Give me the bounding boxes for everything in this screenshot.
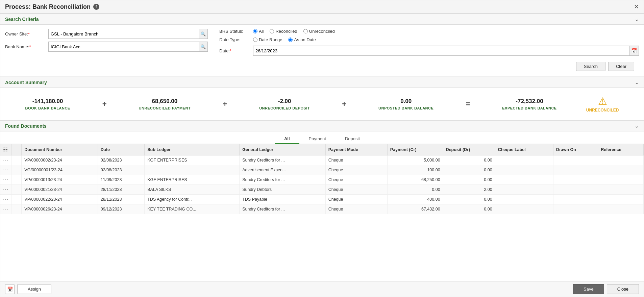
table-header-row: ☷ Document Number Date Sub Ledger Genera… (0, 144, 644, 155)
row-dots[interactable]: ··· (0, 155, 11, 165)
row-dots[interactable]: ··· (0, 175, 11, 185)
row-general-ledger: Advertisement Expen... (240, 165, 325, 175)
date-calendar-icon[interactable]: 📅 (629, 46, 639, 55)
row-payment-cr: 100.00 (387, 165, 443, 175)
operator-2: + (220, 100, 230, 108)
row-payment-mode: Cheque (325, 185, 387, 195)
date-row: Date:* 📅 (219, 46, 639, 56)
assign-button[interactable]: Assign (17, 284, 51, 294)
brs-all-option[interactable]: All (253, 29, 264, 34)
unreconciled-badge: ⚠ UNRECONCILED (586, 95, 619, 113)
help-icon[interactable]: ? (93, 4, 99, 10)
row-payment-mode: Cheque (325, 175, 387, 185)
col-sub-ledger: Sub Ledger (145, 144, 240, 155)
filter-icon[interactable]: ☷ (3, 147, 7, 152)
brs-unreconciled-option[interactable]: Unreconciled (303, 29, 335, 34)
book-bank-balance-label: BOOK BANK BALANCE (25, 106, 70, 110)
row-reference (598, 155, 644, 165)
row-sub-ledger: KGF ENTERPRISES (145, 155, 240, 165)
right-criteria: BRS Status: All Reconciled Unreconcil (215, 29, 639, 72)
owner-site-input[interactable] (49, 30, 199, 38)
row-doc-number: VP/00000013/23-24 (22, 175, 98, 185)
window-close-button[interactable]: ✕ (634, 3, 639, 10)
row-sub-ledger: KEY TEE TRADING CO... (145, 204, 240, 214)
row-deposit-dr: 0.00 (443, 165, 495, 175)
account-summary-chevron[interactable]: ⌄ (635, 79, 639, 85)
date-input[interactable] (253, 47, 629, 55)
book-bank-balance: -141,180.00 BOOK BANK BALANCE (25, 98, 70, 110)
ason-date-radio[interactable] (288, 38, 293, 42)
operator-3: + (339, 100, 349, 108)
row-deposit-dr: 0.00 (443, 155, 495, 165)
expected-bank-balance-label: EXPECTED BANK BALANCE (502, 106, 556, 110)
save-button[interactable]: Save (573, 284, 604, 294)
brs-all-radio[interactable] (253, 29, 257, 33)
col-deposit-dr: Deposit (Dr) (443, 144, 495, 155)
brs-unreconciled-radio[interactable] (303, 29, 308, 33)
tab-payment[interactable]: Payment (299, 134, 336, 144)
brs-status-row: BRS Status: All Reconciled Unreconcil (219, 29, 639, 34)
close-button[interactable]: Close (607, 284, 639, 294)
ason-date-option[interactable]: As on Date (288, 37, 316, 42)
unreconciled-payment: 68,650.00 UNRECONCILED PAYMENT (139, 98, 191, 110)
date-range-option[interactable]: Date Range (253, 37, 282, 42)
row-select (11, 195, 22, 204)
search-criteria-chevron[interactable]: ⌄ (635, 16, 639, 22)
row-payment-cr: 0.00 (387, 185, 443, 195)
found-docs-header: Found Documents ⌄ (0, 120, 644, 131)
unreconciled-deposit-value: -2.00 (259, 98, 310, 105)
search-button[interactable]: Search (576, 62, 605, 71)
brs-radio-group: All Reconciled Unreconciled (253, 29, 335, 34)
bank-name-search-icon[interactable]: 🔍 (199, 42, 207, 51)
unreconciled-deposit: -2.00 UNRECONCILED DEPOSIT (259, 98, 310, 110)
row-select (11, 165, 22, 175)
account-summary-title: Account Summary (5, 80, 47, 85)
row-select (11, 175, 22, 185)
row-deposit-dr: 0.00 (443, 204, 495, 214)
row-general-ledger: Sundry Creditors for ... (240, 155, 325, 165)
documents-table-wrap: ☷ Document Number Date Sub Ledger Genera… (0, 144, 644, 281)
brs-reconciled-option[interactable]: Reconciled (270, 29, 297, 34)
row-drawn-on (553, 195, 598, 204)
clear-button[interactable]: Clear (608, 62, 634, 71)
row-select (11, 155, 22, 165)
row-cheque-label (495, 175, 553, 185)
row-reference (598, 195, 644, 204)
owner-site-label: Owner Site:* (5, 31, 46, 36)
brs-reconciled-radio[interactable] (270, 29, 274, 33)
date-type-row: Date Type: Date Range As on Date (219, 37, 639, 42)
row-doc-number: VP/00000026/23-24 (22, 204, 98, 214)
operator-1: + (100, 100, 109, 108)
footer-calendar-icon[interactable]: 📅 (5, 284, 15, 294)
row-payment-mode: Cheque (325, 204, 387, 214)
warning-icon: ⚠ (598, 95, 607, 107)
col-payment-mode: Payment Mode (325, 144, 387, 155)
row-dots[interactable]: ··· (0, 204, 11, 214)
owner-site-search-icon[interactable]: 🔍 (199, 29, 207, 39)
bank-name-label: Bank Name:* (5, 44, 46, 49)
unposted-bank-balance: 0.00 UNPOSTED BANK BALANCE (378, 98, 434, 110)
search-criteria-title: Search Criteria (5, 17, 39, 22)
tab-deposit[interactable]: Deposit (336, 134, 369, 144)
row-dots[interactable]: ··· (0, 165, 11, 175)
col-filter[interactable]: ☷ (0, 144, 11, 155)
row-dots[interactable]: ··· (0, 195, 11, 204)
found-docs-chevron[interactable]: ⌄ (635, 123, 639, 129)
row-general-ledger: Sundry Creditors for ... (240, 175, 325, 185)
row-general-ledger: Sundry Creditors for ... (240, 204, 325, 214)
row-cheque-label (495, 155, 553, 165)
row-payment-mode: Cheque (325, 165, 387, 175)
bank-name-input[interactable] (49, 43, 199, 51)
tab-all[interactable]: All (275, 134, 299, 144)
row-drawn-on (553, 204, 598, 214)
date-range-radio[interactable] (253, 38, 257, 42)
row-dots[interactable]: ··· (0, 185, 11, 195)
title-bar: Process: Bank Reconciliation ? ✕ (0, 0, 644, 14)
search-criteria-body: Owner Site:* 🔍 Bank Name:* 🔍 (0, 25, 644, 77)
documents-table: ☷ Document Number Date Sub Ledger Genera… (0, 144, 644, 214)
table-row: ··· VP/00000013/23-24 11/09/2023 KGF ENT… (0, 175, 644, 185)
row-sub-ledger: TDS Agency for Contr... (145, 195, 240, 204)
main-window: Process: Bank Reconciliation ? ✕ Search … (0, 0, 644, 297)
summary-row: -141,180.00 BOOK BANK BALANCE + 68,650.0… (10, 93, 634, 115)
date-label: Date:* (219, 48, 250, 53)
